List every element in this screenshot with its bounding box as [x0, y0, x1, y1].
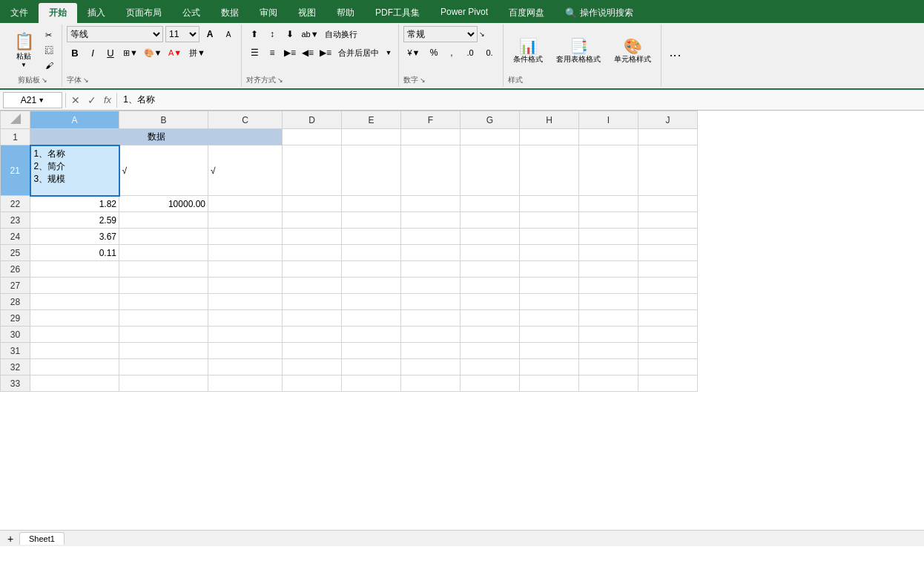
cell-j25[interactable] — [638, 245, 698, 261]
table-format-button[interactable]: 📑 套用表格格式 — [551, 28, 606, 73]
cell-h23[interactable] — [520, 212, 579, 229]
cell-d24[interactable] — [283, 229, 342, 245]
bold-button[interactable]: B — [67, 45, 83, 61]
align-top-button[interactable]: ⬆ — [246, 26, 263, 42]
tab-formula[interactable]: 公式 — [172, 3, 211, 23]
row-header-28[interactable]: 28 — [1, 294, 30, 310]
cell-j23[interactable] — [638, 212, 698, 229]
align-bottom-button[interactable]: ⬇ — [282, 26, 298, 42]
cell-f21[interactable] — [401, 145, 461, 196]
cell-e24[interactable] — [342, 229, 401, 245]
cell-reference-box[interactable]: A21 ▼ — [3, 92, 62, 108]
increase-indent-button[interactable]: ▶≡ — [317, 45, 334, 61]
cell-c22[interactable] — [208, 196, 283, 212]
row-header-33[interactable]: 33 — [1, 376, 30, 392]
percent-button[interactable]: % — [426, 45, 442, 61]
cell-e22[interactable] — [342, 196, 401, 212]
cell-f1[interactable] — [401, 129, 461, 145]
col-header-b[interactable]: B — [119, 111, 208, 129]
tab-review[interactable]: 审阅 — [249, 3, 288, 23]
cell-ref-dropdown[interactable]: ▼ — [38, 96, 44, 104]
cell-b25[interactable] — [119, 245, 208, 261]
cell-d23[interactable] — [283, 212, 342, 229]
cell-b23[interactable] — [119, 212, 208, 229]
align-right-button[interactable]: ▶≡ — [282, 45, 298, 61]
cell-g1[interactable] — [461, 129, 520, 145]
row-header-26[interactable]: 26 — [1, 261, 30, 278]
font-size-decrease-button[interactable]: A — [220, 26, 237, 42]
tab-data[interactable]: 数据 — [211, 3, 249, 23]
cell-f23[interactable] — [401, 212, 461, 229]
cell-e23[interactable] — [342, 212, 401, 229]
formula-input[interactable] — [120, 92, 921, 108]
cell-c25[interactable] — [208, 245, 283, 261]
cell-d22[interactable] — [283, 196, 342, 212]
row-header-1[interactable]: 1 — [1, 129, 30, 145]
ribbon-more-button[interactable]: ⋮ — [664, 46, 686, 65]
cell-g25[interactable] — [461, 245, 520, 261]
cell-f24[interactable] — [401, 229, 461, 245]
cell-f25[interactable] — [401, 245, 461, 261]
cell-i22[interactable] — [579, 196, 638, 212]
tab-view[interactable]: 视图 — [288, 3, 326, 23]
row-header-22[interactable]: 22 — [1, 196, 30, 212]
cell-h1[interactable] — [520, 129, 579, 145]
formula-function-icon[interactable]: fx — [102, 93, 113, 107]
cell-h24[interactable] — [520, 229, 579, 245]
align-center-button[interactable]: ≡ — [264, 45, 280, 61]
merge-arrow-button[interactable]: ▼ — [383, 45, 394, 61]
formula-confirm-icon[interactable]: ✓ — [85, 93, 99, 108]
tab-home[interactable]: 开始 — [39, 3, 77, 23]
clipboard-expand-icon[interactable]: ↘ — [42, 76, 47, 84]
row-header-25[interactable]: 25 — [1, 245, 30, 261]
cell-f22[interactable] — [401, 196, 461, 212]
copy-button[interactable]: ⿴ — [42, 44, 57, 57]
sheet-tab-1[interactable]: Sheet1 — [19, 532, 65, 545]
row-header-29[interactable]: 29 — [1, 310, 30, 327]
row-header-21[interactable]: 21 — [1, 145, 30, 196]
paste-button[interactable]: 📋 粘贴 ▼ — [7, 27, 40, 72]
cell-a25[interactable]: 0.11 — [30, 245, 119, 261]
col-header-e[interactable]: E — [342, 111, 401, 129]
cell-e25[interactable] — [342, 245, 401, 261]
cell-j24[interactable] — [638, 229, 698, 245]
col-header-d[interactable]: D — [283, 111, 342, 129]
row-header-31[interactable]: 31 — [1, 343, 30, 359]
cell-j1[interactable] — [638, 129, 698, 145]
italic-button[interactable]: I — [85, 45, 101, 61]
font-family-select[interactable]: 等线 — [67, 26, 163, 42]
cell-i21[interactable] — [579, 145, 638, 196]
cell-a22[interactable]: 1.82 — [30, 196, 119, 212]
cell-a26[interactable] — [30, 261, 119, 278]
tab-baidu[interactable]: 百度网盘 — [498, 3, 555, 23]
underline-button[interactable]: U — [102, 45, 119, 61]
number-format-select[interactable]: 常规 — [403, 26, 478, 42]
cell-c24[interactable] — [208, 229, 283, 245]
col-header-h[interactable]: H — [520, 111, 579, 129]
align-left-button[interactable]: ☰ — [246, 45, 263, 61]
cell-c23[interactable] — [208, 212, 283, 229]
text-orientation-button[interactable]: ab▼ — [300, 26, 320, 42]
tab-power-pivot[interactable]: Power Pivot — [430, 3, 498, 23]
tab-pdf[interactable]: PDF工具集 — [365, 3, 430, 23]
col-header-g[interactable]: G — [461, 111, 520, 129]
col-header-a[interactable]: A — [30, 111, 119, 129]
merge-center-button[interactable]: 合并后居中 — [335, 45, 382, 61]
font-color-button[interactable]: A▼ — [165, 45, 185, 61]
row-header-24[interactable]: 24 — [1, 229, 30, 245]
cell-i25[interactable] — [579, 245, 638, 261]
align-middle-button[interactable]: ↕ — [264, 26, 280, 42]
row-header-23[interactable]: 23 — [1, 212, 30, 229]
comma-button[interactable]: , — [443, 45, 460, 61]
row-header-27[interactable]: 27 — [1, 278, 30, 294]
font-expand-icon[interactable]: ↘ — [83, 76, 89, 84]
number-expand-icon[interactable]: ↘ — [420, 76, 426, 84]
cell-h21[interactable] — [520, 145, 579, 196]
wrap-text-button[interactable]: 自动换行 — [322, 26, 360, 42]
col-header-i[interactable]: I — [579, 111, 638, 129]
add-sheet-button[interactable]: + — [3, 532, 18, 545]
decrease-decimal-button[interactable]: 0. — [481, 45, 498, 61]
cell-i24[interactable] — [579, 229, 638, 245]
cell-d25[interactable] — [283, 245, 342, 261]
cell-e21[interactable] — [342, 145, 401, 196]
